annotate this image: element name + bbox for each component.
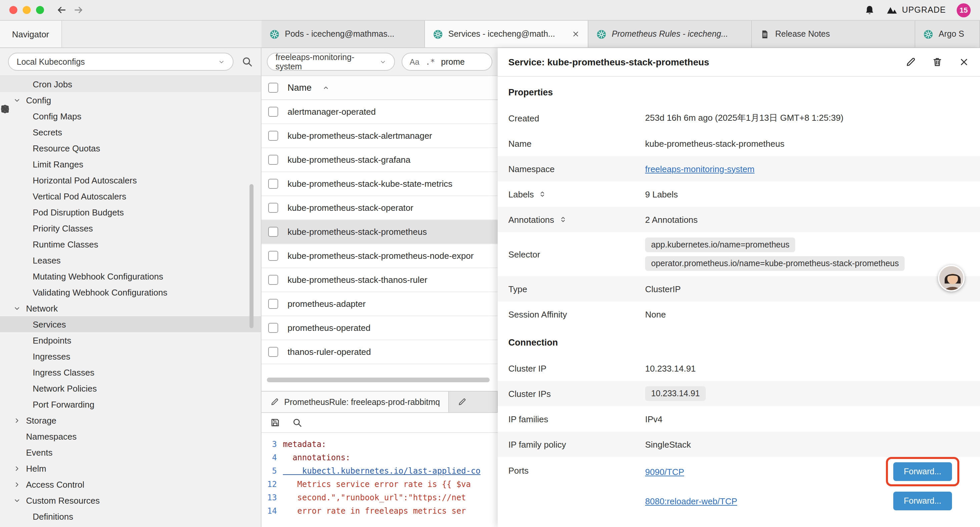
editor-line-13[interactable]: 13 second.","runbook_url":"https://net <box>261 491 498 504</box>
service-row-prometheus-adapter[interactable]: prometheus-adapter <box>261 292 498 316</box>
editor-search-icon[interactable] <box>292 417 302 428</box>
sidebar-item-storage[interactable]: Storage <box>0 412 261 428</box>
sidebar-item-cron-jobs[interactable]: Cron Jobs <box>0 76 261 92</box>
sidebar-item-network-policies[interactable]: Network Policies <box>0 380 261 396</box>
sort-ascending-icon[interactable] <box>322 84 329 91</box>
sidebar-item-ingresses[interactable]: Ingresses <box>0 348 261 364</box>
row-checkbox[interactable] <box>268 323 278 333</box>
sidebar-item-leases[interactable]: Leases <box>0 252 261 268</box>
service-row-kube-prometheus-stack-alertmanager[interactable]: kube-prometheus-stack-alertmanager <box>261 124 498 148</box>
edit-pencil-icon[interactable] <box>905 57 916 67</box>
row-checkbox[interactable] <box>268 251 278 261</box>
name-column-header[interactable]: Name <box>288 83 312 93</box>
dock-tab-prometheusrule[interactable]: PrometheusRule: freeleaps-prod-rabbitmq <box>261 392 449 412</box>
dock-tab-next-partial[interactable] <box>449 392 498 412</box>
sidebar-item-mutating-webhook-configurations[interactable]: Mutating Webhook Configurations <box>0 268 261 284</box>
tab-services-icecheng-math[interactable]: Services - icecheng@math... <box>425 21 589 47</box>
tab-close-icon[interactable] <box>572 30 580 38</box>
chevron-right-icon[interactable] <box>13 481 21 488</box>
sidebar-item-namespaces[interactable]: Namespaces <box>0 428 261 444</box>
back-icon[interactable] <box>56 5 67 15</box>
sidebar-item-events[interactable]: Events <box>0 444 261 460</box>
editor-line-3[interactable]: 3metadata: <box>261 438 498 451</box>
sidebar-item-vertical-pod-autoscalers[interactable]: Vertical Pod Autoscalers <box>0 188 261 204</box>
tab-prometheus-rules-icecheng[interactable]: Prometheus Rules - icecheng... <box>589 21 752 47</box>
sidebar-item-helm[interactable]: Helm <box>0 460 261 476</box>
sidebar-item-pod-disruption-budgets[interactable]: Pod Disruption Budgets <box>0 204 261 220</box>
sidebar-search-icon[interactable] <box>242 56 253 67</box>
save-icon[interactable] <box>270 417 280 428</box>
tab-pods-icecheng-mathmas[interactable]: Pods - icecheng@mathmas... <box>261 21 425 47</box>
sidebar-item-config[interactable]: Config <box>0 92 261 108</box>
close-icon[interactable] <box>959 57 969 67</box>
tab-release-notes[interactable]: Release Notes <box>752 21 915 47</box>
service-row-kube-prometheus-stack-prometheus[interactable]: kube-prometheus-stack-prometheus <box>261 220 498 244</box>
row-checkbox[interactable] <box>268 155 278 165</box>
unfold-icon[interactable] <box>559 215 567 223</box>
sidebar-item-limit-ranges[interactable]: Limit Ranges <box>0 156 261 172</box>
namespace-link[interactable]: freeleaps-monitoring-system <box>645 164 754 174</box>
sidebar-item-network[interactable]: Network <box>0 300 261 316</box>
notifications-bell-icon[interactable] <box>864 4 875 16</box>
sidebar-item-custom-resources[interactable]: Custom Resources <box>0 492 261 508</box>
yaml-editor[interactable]: 3metadata:4 annotations:5 kubectl.kubern… <box>261 433 498 517</box>
port-link[interactable]: 8080:reloader-web/TCP <box>645 496 737 506</box>
service-row-kube-prometheus-stack-thanos-ruler[interactable]: kube-prometheus-stack-thanos-ruler <box>261 268 498 292</box>
editor-line-5[interactable]: 5 kubectl.kubernetes.io/last-applied-co <box>261 464 498 478</box>
chevron-down-icon[interactable] <box>13 497 21 504</box>
select-all-checkbox[interactable] <box>268 83 278 93</box>
service-row-prometheus-operated[interactable]: prometheus-operated <box>261 316 498 340</box>
upgrade-button[interactable]: UPGRADE <box>886 4 946 16</box>
horizontal-scrollbar[interactable] <box>267 377 490 382</box>
service-row-alertmanager-operated[interactable]: alertmanager-operated <box>261 100 498 124</box>
editor-line-4[interactable]: 4 annotations: <box>261 451 498 464</box>
sidebar-item-ingress-classes[interactable]: Ingress Classes <box>0 364 261 380</box>
sidebar-item-endpoints[interactable]: Endpoints <box>0 332 261 348</box>
forward-button[interactable]: Forward... <box>893 492 952 510</box>
chevron-down-icon[interactable] <box>13 96 21 104</box>
sidebar-item-access-control[interactable]: Access Control <box>0 476 261 492</box>
sidebar-item-config-maps[interactable]: Config Maps <box>0 108 261 124</box>
chevron-right-icon[interactable] <box>13 417 21 424</box>
forward-button[interactable]: Forward... <box>893 462 952 481</box>
regex-toggle[interactable]: .* <box>425 57 435 66</box>
row-checkbox[interactable] <box>268 179 278 189</box>
service-row-kube-prometheus-stack-kube-state-metrics[interactable]: kube-prometheus-stack-kube-state-metrics <box>261 172 498 196</box>
avatar[interactable] <box>938 265 965 291</box>
notification-count-badge[interactable]: 15 <box>957 3 970 17</box>
zoom-window-button[interactable] <box>36 6 44 14</box>
list-search-input[interactable]: Aa .* prome <box>402 53 492 71</box>
row-checkbox[interactable] <box>268 131 278 141</box>
editor-line-14[interactable]: 14 error rate in freeleaps metrics ser <box>261 504 498 517</box>
minimize-window-button[interactable] <box>23 6 31 14</box>
sidebar-item-validating-webhook-configurations[interactable]: Validating Webhook Configurations <box>0 284 261 300</box>
sidebar-item-runtime-classes[interactable]: Runtime Classes <box>0 236 261 252</box>
namespace-selector[interactable]: freeleaps-monitoring-system <box>267 53 395 71</box>
service-row-kube-prometheus-stack-prometheus-node-ex[interactable]: kube-prometheus-stack-prometheus-node-ex… <box>261 244 498 268</box>
row-checkbox[interactable] <box>268 275 278 285</box>
row-checkbox[interactable] <box>268 347 278 357</box>
service-row-kube-prometheus-stack-grafana[interactable]: kube-prometheus-stack-grafana <box>261 148 498 172</box>
sidebar-item-definitions[interactable]: Definitions <box>0 508 261 524</box>
sidebar-item-secrets[interactable]: Secrets <box>0 124 261 140</box>
match-case-toggle[interactable]: Aa <box>410 57 419 66</box>
sidebar-item-resource-quotas[interactable]: Resource Quotas <box>0 140 261 156</box>
service-row-thanos-ruler-operated[interactable]: thanos-ruler-operated <box>261 340 498 364</box>
editor-line-12[interactable]: 12 Metrics service error rate is {{ $va <box>261 478 498 491</box>
delete-trash-icon[interactable] <box>932 57 943 67</box>
forward-icon[interactable] <box>73 5 84 15</box>
sidebar-item-port-forwarding[interactable]: Port Forwarding <box>0 396 261 412</box>
chevron-down-icon[interactable] <box>13 304 21 312</box>
sidebar-item-horizontal-pod-autoscalers[interactable]: Horizontal Pod Autoscalers <box>0 172 261 188</box>
tab-argo-s[interactable]: Argo S <box>915 21 980 47</box>
row-checkbox[interactable] <box>268 227 278 237</box>
kubeconfig-selector[interactable]: Local Kubeconfigs <box>8 53 234 71</box>
sidebar-item-services[interactable]: Services <box>0 316 261 332</box>
service-row-kube-prometheus-stack-operator[interactable]: kube-prometheus-stack-operator <box>261 196 498 220</box>
chevron-right-icon[interactable] <box>13 465 21 472</box>
row-checkbox[interactable] <box>268 107 278 117</box>
row-checkbox[interactable] <box>268 299 278 309</box>
close-window-button[interactable] <box>10 6 18 14</box>
row-checkbox[interactable] <box>268 203 278 213</box>
unfold-icon[interactable] <box>539 190 547 198</box>
